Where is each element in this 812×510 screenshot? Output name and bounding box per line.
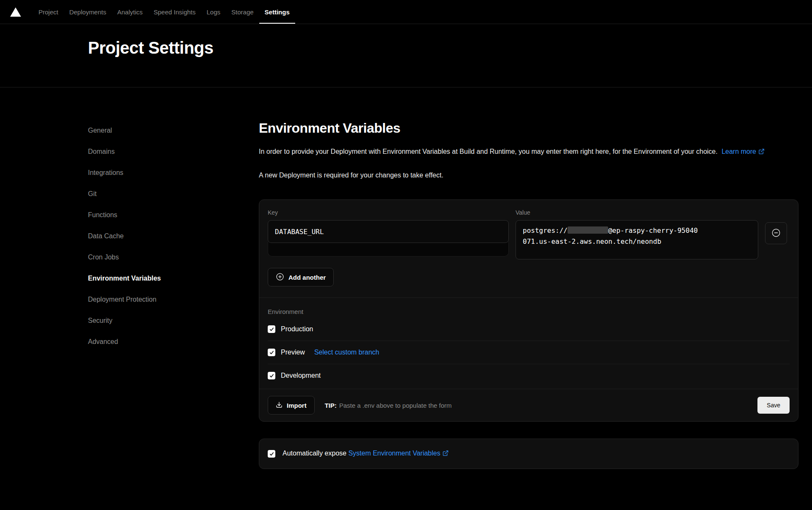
sidebar-item-security[interactable]: Security [88, 316, 112, 326]
content: General Domains Integrations Git Functio… [0, 87, 812, 469]
env-row-development: Development [268, 364, 790, 387]
vercel-logo-icon[interactable] [10, 7, 23, 17]
main-panel: Environment Variables In order to provid… [259, 120, 798, 469]
page-header: Project Settings [0, 24, 812, 87]
nav-tab-project[interactable]: Project [33, 0, 64, 24]
nav-tab-logs[interactable]: Logs [201, 0, 226, 24]
nav-tab-speed-insights[interactable]: Speed Insights [148, 0, 201, 24]
external-link-icon [442, 450, 449, 458]
sidebar-item-general[interactable]: General [88, 125, 112, 136]
nav-tab-storage[interactable]: Storage [226, 0, 259, 24]
key-value-section: Key DATABASE_URL Value postgres://@ep-ra… [259, 200, 798, 297]
sidebar-item-domains[interactable]: Domains [88, 147, 115, 157]
section-title: Environment Variables [259, 120, 798, 136]
select-custom-branch-link[interactable]: Select custom branch [314, 349, 379, 356]
preview-checkbox[interactable] [268, 349, 275, 356]
env-row-preview: Preview Select custom branch [268, 341, 790, 364]
remove-row-button[interactable] [765, 222, 787, 244]
tip-body: Paste a .env above to populate the form [339, 402, 452, 409]
settings-sidebar: General Domains Integrations Git Functio… [88, 120, 259, 469]
system-env-vars-label: System Environment Variables [348, 450, 441, 457]
auto-expose-checkbox[interactable] [268, 450, 275, 458]
system-env-vars-link[interactable]: System Environment Variables [348, 450, 449, 457]
card-footer: Import TIP:Paste a .env above to populat… [259, 389, 798, 421]
minus-circle-icon [771, 228, 781, 239]
learn-more-link[interactable]: Learn more [721, 148, 765, 155]
sidebar-item-functions[interactable]: Functions [88, 210, 117, 220]
nav-tab-analytics[interactable]: Analytics [112, 0, 148, 24]
key-input-extension [268, 242, 509, 256]
sidebar-item-environment-variables[interactable]: Environment Variables [88, 273, 161, 284]
download-icon [276, 401, 283, 409]
value-line-2: 071.us-east-2.aws.neon.tech/neondb [523, 236, 751, 247]
sidebar-item-integrations[interactable]: Integrations [88, 168, 123, 178]
sidebar-item-cron-jobs[interactable]: Cron Jobs [88, 252, 119, 262]
import-button[interactable]: Import [268, 396, 315, 415]
nav-tab-settings[interactable]: Settings [259, 0, 295, 24]
nav-tab-deployments[interactable]: Deployments [64, 0, 112, 24]
nav-tabs: Project Deployments Analytics Speed Insi… [33, 0, 295, 24]
deployment-note: A new Deployment is required for your ch… [259, 170, 798, 181]
redacted-credentials [568, 226, 608, 234]
key-label: Key [268, 209, 509, 216]
tip-text: TIP:Paste a .env above to populate the f… [325, 402, 452, 409]
sidebar-item-data-cache[interactable]: Data Cache [88, 231, 124, 241]
section-description: In order to provide your Deployment with… [259, 146, 798, 158]
development-checkbox[interactable] [268, 372, 275, 379]
environment-label: Environment [268, 308, 790, 315]
environment-section: Environment Production Preview Select cu… [259, 297, 798, 389]
system-env-card: Automatically expose System Environment … [259, 439, 798, 469]
add-another-label: Add another [288, 274, 326, 281]
save-button[interactable]: Save [757, 397, 790, 414]
auto-expose-text: Automatically expose System Environment … [283, 450, 449, 458]
env-name-development: Development [281, 372, 321, 379]
page-title: Project Settings [88, 38, 812, 57]
description-text: In order to provide your Deployment with… [259, 148, 718, 155]
plus-circle-icon [276, 273, 284, 282]
import-label: Import [287, 402, 307, 409]
env-vars-card: Key DATABASE_URL Value postgres://@ep-ra… [259, 199, 798, 422]
top-nav: Project Deployments Analytics Speed Insi… [0, 0, 812, 24]
value-prefix: postgres:// [523, 226, 568, 235]
auto-expose-label: Automatically expose [283, 450, 346, 457]
sidebar-item-git[interactable]: Git [88, 189, 96, 199]
sidebar-item-advanced[interactable]: Advanced [88, 337, 118, 347]
sidebar-item-deployment-protection[interactable]: Deployment Protection [88, 295, 156, 305]
learn-more-label: Learn more [721, 148, 756, 155]
production-checkbox[interactable] [268, 325, 275, 333]
env-name-preview: Preview [281, 349, 305, 356]
value-suffix: @ep-raspy-cherry-95040 [608, 226, 698, 235]
tip-label: TIP: [325, 402, 337, 409]
external-link-icon [758, 147, 765, 158]
value-label: Value [516, 209, 758, 216]
add-another-button[interactable]: Add another [268, 268, 334, 286]
env-row-production: Production [268, 318, 790, 341]
env-name-production: Production [281, 325, 313, 333]
value-line-1: postgres://@ep-raspy-cherry-95040 [523, 225, 751, 236]
value-input[interactable]: postgres://@ep-raspy-cherry-95040 071.us… [516, 220, 758, 259]
key-input[interactable]: DATABASE_URL [268, 220, 509, 243]
